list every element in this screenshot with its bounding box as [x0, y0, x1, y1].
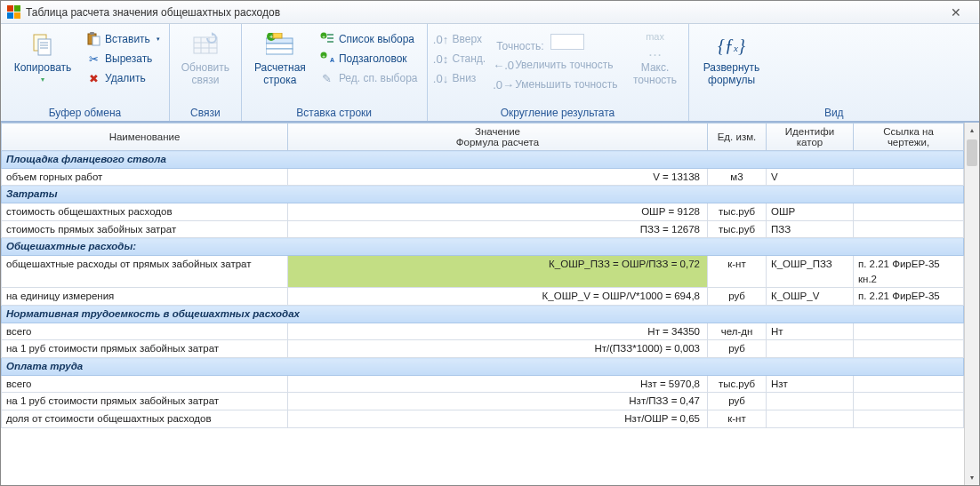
cell-ident[interactable]: Нзт: [767, 375, 854, 393]
cell-ident[interactable]: Нт: [767, 323, 854, 340]
cell-value[interactable]: ПЗЗ = 12678: [288, 220, 708, 238]
cell-value[interactable]: К_ОШР_V = ОШР/V*1000 = 694,8: [288, 288, 708, 306]
cell-ident[interactable]: [767, 393, 854, 410]
section-cell[interactable]: Площадка фланцевого ствола: [2, 151, 964, 169]
section-row[interactable]: Оплата труда: [2, 358, 964, 376]
arrow-up-icon: .0↑: [434, 32, 448, 46]
cell-unit[interactable]: к-нт: [708, 256, 767, 288]
section-cell[interactable]: Затраты: [2, 186, 964, 203]
table-row[interactable]: на единицу измеренияК_ОШР_V = ОШР/V*1000…: [2, 288, 964, 306]
section-row[interactable]: Нормативная трудоемкость в общешахтных р…: [2, 306, 964, 323]
table-row[interactable]: стоимость прямых забойных затратПЗЗ = 12…: [2, 220, 964, 238]
edit-select-list-button: ✎ Ред. сп. выбора: [317, 69, 423, 87]
cell-value[interactable]: Нзт = 5970,8: [288, 375, 708, 393]
cell-ref[interactable]: [854, 220, 964, 238]
dropdown-icon: ▾: [41, 76, 44, 84]
cell-name[interactable]: общешахтные расходы от прямых забойных з…: [2, 256, 288, 288]
cell-ref[interactable]: [854, 340, 964, 358]
cell-value[interactable]: Нт = 34350: [288, 323, 708, 340]
col-header-name[interactable]: Наименование: [2, 123, 288, 151]
cell-value[interactable]: V = 13138: [288, 168, 708, 186]
scissors-icon: ✂: [86, 52, 100, 66]
cut-button[interactable]: ✂ Вырезать: [84, 50, 165, 68]
cell-name[interactable]: стоимость общешахтных расходов: [2, 203, 288, 221]
cell-name[interactable]: доля от стоимости общешахтных расходов: [2, 410, 288, 428]
delete-button[interactable]: ✖ Удалить: [84, 69, 165, 87]
scroll-thumb[interactable]: [967, 139, 977, 166]
cell-unit[interactable]: м3: [708, 168, 767, 186]
cell-value[interactable]: ОШР = 9128: [288, 203, 708, 221]
scroll-up-arrow[interactable]: ▴: [965, 123, 979, 138]
calc-row-button[interactable]: + Расчетная строка: [245, 27, 315, 90]
vertical-scrollbar[interactable]: ▴ ▾: [964, 123, 979, 485]
table-row[interactable]: общешахтные расходы от прямых забойных з…: [2, 256, 964, 288]
cell-ref[interactable]: [854, 393, 964, 410]
table-row[interactable]: на 1 руб стоимости прямых забойных затра…: [2, 393, 964, 410]
cell-ref[interactable]: [854, 203, 964, 221]
section-cell[interactable]: Общешахтные расходы:: [2, 238, 964, 256]
cell-name[interactable]: стоимость прямых забойных затрат: [2, 220, 288, 238]
group-label-rounding: Округление результата: [431, 104, 685, 121]
cell-ident[interactable]: ОШР: [767, 203, 854, 221]
cell-unit[interactable]: тыс.руб: [708, 203, 767, 221]
table-row[interactable]: на 1 руб стоимости прямых забойных затра…: [2, 340, 964, 358]
cell-ref[interactable]: [854, 323, 964, 340]
col-header-ref[interactable]: Ссылка начертежи,: [854, 123, 964, 151]
cell-unit[interactable]: тыс.руб: [708, 220, 767, 238]
select-list-button[interactable]: + Список выбора: [317, 30, 423, 48]
cell-value[interactable]: Нзт/ОШР = 0,65: [288, 410, 708, 428]
paste-button[interactable]: Вставить ▾: [84, 30, 165, 48]
svg-text:+: +: [322, 53, 325, 59]
cell-ref[interactable]: п. 2.21 ФирЕР-35 кн.2: [854, 256, 964, 288]
cell-value[interactable]: Нзт/ПЗЗ = 0,47: [288, 393, 708, 410]
cell-ident[interactable]: К_ОШР_V: [767, 288, 854, 306]
col-header-ident[interactable]: Идентификатор: [767, 123, 854, 151]
cell-name[interactable]: всего: [2, 323, 288, 340]
table-row[interactable]: всегоНт = 34350чел-днНт: [2, 323, 964, 340]
scroll-down-arrow[interactable]: ▾: [965, 470, 979, 485]
table-row[interactable]: стоимость общешахтных расходовОШР = 9128…: [2, 203, 964, 221]
cell-name[interactable]: на 1 руб стоимости прямых забойных затра…: [2, 340, 288, 358]
cell-unit[interactable]: тыс.руб: [708, 375, 767, 393]
cell-ident[interactable]: К_ОШР_ПЗЗ: [767, 256, 854, 288]
cell-ident[interactable]: V: [767, 168, 854, 186]
cell-value[interactable]: К_ОШР_ПЗЗ = ОШР/ПЗЗ = 0,72: [288, 256, 708, 288]
cell-unit[interactable]: чел-дн: [708, 323, 767, 340]
table-row[interactable]: доля от стоимости общешахтных расходовНз…: [2, 410, 964, 428]
subheader-icon: +ABC: [320, 52, 334, 66]
cell-unit[interactable]: к-нт: [708, 410, 767, 428]
cell-ref[interactable]: п. 2.21 ФирЕР-35: [854, 288, 964, 306]
data-grid[interactable]: Наименование ЗначениеФормула расчета Ед.…: [1, 123, 964, 485]
section-row[interactable]: Затраты: [2, 186, 964, 203]
table-row[interactable]: объем горных работV = 13138м3V: [2, 168, 964, 186]
cell-ident[interactable]: [767, 410, 854, 428]
cell-ref[interactable]: [854, 375, 964, 393]
section-cell[interactable]: Нормативная трудоемкость в общешахтных р…: [2, 306, 964, 323]
table-row[interactable]: всегоНзт = 5970,8тыс.рубНзт: [2, 375, 964, 393]
copy-button[interactable]: Копировать ▾: [4, 27, 81, 87]
cell-value[interactable]: Нт/(ПЗЗ*1000) = 0,003: [288, 340, 708, 358]
cell-name[interactable]: всего: [2, 375, 288, 393]
cell-unit[interactable]: руб: [708, 340, 767, 358]
section-cell[interactable]: Оплата труда: [2, 358, 964, 376]
cell-name[interactable]: на 1 руб стоимости прямых забойных затра…: [2, 393, 288, 410]
cell-ident[interactable]: ПЗЗ: [767, 220, 854, 238]
copy-icon: [29, 29, 56, 61]
col-header-value[interactable]: ЗначениеФормула расчета: [288, 123, 708, 151]
title-bar: Таблица расчета значения общешахтных рас…: [1, 1, 979, 24]
dec-precision-button: .0→ Уменьшить точность: [494, 76, 623, 93]
close-button[interactable]: ✕: [938, 2, 974, 23]
section-row[interactable]: Площадка фланцевого ствола: [2, 151, 964, 169]
cell-ref[interactable]: [854, 168, 964, 186]
cell-unit[interactable]: руб: [708, 288, 767, 306]
subheader-button[interactable]: +ABC Подзаголовок: [317, 50, 423, 68]
cell-name[interactable]: на единицу измерения: [2, 288, 288, 306]
expand-formulas-button[interactable]: {ƒx} Развернутьформулы: [693, 27, 771, 90]
col-header-unit[interactable]: Ед. изм.: [708, 123, 767, 151]
section-row[interactable]: Общешахтные расходы:: [2, 238, 964, 256]
cell-unit[interactable]: руб: [708, 393, 767, 410]
cell-name[interactable]: объем горных работ: [2, 168, 288, 186]
cell-ident[interactable]: [767, 340, 854, 358]
cell-ref[interactable]: [854, 410, 964, 428]
subheader-label: Подзаголовок: [339, 52, 407, 65]
